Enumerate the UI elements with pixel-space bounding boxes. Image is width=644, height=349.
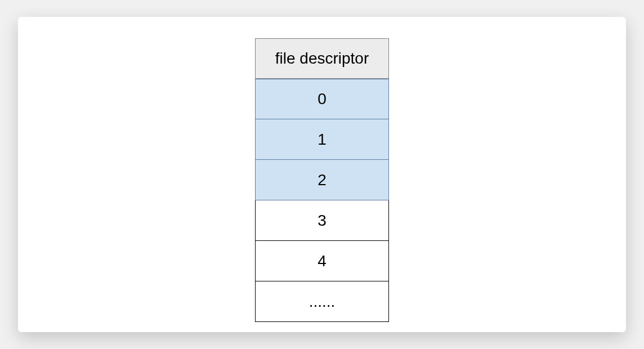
- fd-row-3: 3: [255, 200, 389, 241]
- fd-row-ellipsis: ......: [255, 281, 389, 322]
- fd-row-2: 2: [255, 160, 389, 200]
- file-descriptor-table: file descriptor 0 1 2 3 4 ......: [255, 38, 389, 322]
- fd-row-1: 1: [255, 119, 389, 160]
- fd-row-4: 4: [255, 241, 389, 281]
- fd-row-0: 0: [255, 79, 389, 119]
- fd-table-header: file descriptor: [255, 38, 389, 79]
- diagram-card: file descriptor 0 1 2 3 4 ......: [18, 17, 626, 332]
